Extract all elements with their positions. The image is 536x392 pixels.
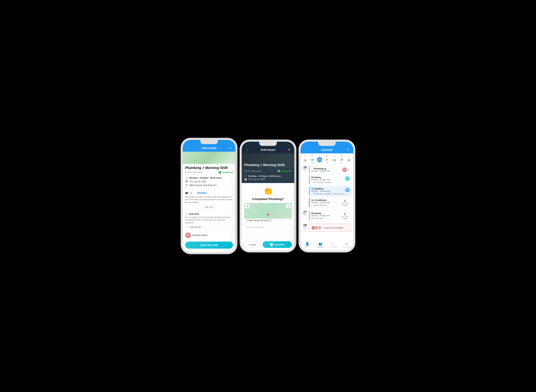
nav-item-availability[interactable]: ◎ Availability	[327, 242, 340, 248]
phone1-see-more-button[interactable]: See more	[202, 205, 217, 209]
nav-item-everyone[interactable]: 👥 Everyone	[314, 242, 327, 248]
shift-title-plumbing-1: Plumbing	[314, 168, 323, 170]
week-day-1[interactable]: M 25	[309, 155, 316, 163]
week-day-1-dot	[312, 163, 313, 163]
shift-tasks-plumbing-2: ✓ 5/5 shift tasks complete	[311, 182, 332, 183]
phone2-complete-check-icon: ✓	[270, 243, 273, 246]
unavailable-card-28: A B +4 6 users are unavailable	[309, 224, 352, 232]
phone1-menu-icon[interactable]: ≡	[228, 146, 233, 150]
schedule-bottom-spacer	[302, 232, 352, 233]
shift-open-badge-27: 3 Open shiftsavailable	[340, 212, 350, 220]
ventiltion-radio-icon: ●	[311, 188, 313, 190]
phone2-date-text: Thu, Jan 26, 2021	[248, 178, 265, 181]
phone-2-notch	[259, 142, 277, 146]
shift-tasks-circle-ac-icon: ○	[311, 204, 312, 206]
nav-item-replacements[interactable]: ⇄ Replacements	[340, 242, 353, 248]
only-me-label: Only me	[304, 246, 310, 248]
shift-tasks-ac: ○ 5 Open shift tasks	[311, 204, 327, 206]
shift-check-icon: ✓	[311, 168, 313, 170]
phone2-modal-content: 👏 Completed Plumbing? 📍 ⊕ ⊙ 📍 4860 Carme…	[242, 183, 294, 250]
phone-2: ‹ Shift details ≡ Plumbing > Morning Shi…	[242, 142, 294, 250]
phone3-title: Schedule	[308, 148, 346, 151]
phone1-time-text: 08:00am - 04:00pm - 08:00 hours	[189, 177, 222, 179]
phone1-shift-note-section: ℹ Shift Note Do not forget to fill in th…	[183, 211, 235, 231]
week-day-4[interactable]: T 28	[331, 155, 338, 163]
phone1-briefcase-icon: 💼	[185, 191, 188, 194]
phone2-complete-button[interactable]: ✓ Complete	[263, 241, 292, 248]
phone2-date-row: 📅 Thu, Jan 26, 2021	[244, 178, 292, 181]
shift-card-air-conditioner[interactable]: Air Conditioner 03:00pm - 10:00pm (8h) 2…	[309, 197, 352, 208]
phone2-calendar-icon: 📅	[244, 178, 247, 181]
week-day-5[interactable]: F 29	[338, 155, 345, 163]
shift-comments-27-icon: 💬	[311, 217, 313, 219]
phone3-bottom-nav: 👤 Only me 👥 Everyone ◎ Availability ⇄ Re…	[301, 241, 353, 250]
phone2-note-input[interactable]: Add note (optional)	[244, 224, 292, 239]
week-day-3[interactable]: W 27	[323, 155, 331, 163]
phone1-check-icon: ✓	[219, 171, 221, 174]
phone3-menu-icon[interactable]: ≡	[346, 148, 350, 152]
phone2-status-row: Current shift status ✓ Completed	[242, 168, 294, 174]
nav-item-only-me[interactable]: 👤 Only me	[301, 242, 314, 248]
week-day-0[interactable]: S 24	[301, 155, 309, 163]
shift-card-plumbing-2[interactable]: Plumbing 08:00am - 04:00pm (8h) A ✓ 5/5 …	[309, 175, 352, 185]
shift-card-ventiltion-header: ● Ventiltion 03:00pm - 10:00pm (8h) K	[311, 188, 350, 192]
shift-meta-ventiltion: ○ 3/5 shift tasks complete 💬 2 comments	[311, 193, 350, 195]
phone2-back-icon[interactable]: ‹	[244, 148, 249, 152]
phone1-back-icon[interactable]: ‹	[186, 146, 190, 150]
date-section-27: 27 Mon Plumbing 08:00am - 04:00pm (8h)	[302, 210, 352, 222]
phone-1-notch	[200, 140, 218, 144]
phone2-modal-emoji: 👏	[244, 187, 292, 196]
phone1-info-icon: ℹ	[185, 213, 188, 215]
phone2-map-zoom-icon[interactable]: ⊙	[287, 204, 291, 208]
phone2-time-text: 08:00am - 04:00pm - 08:00 hours	[248, 175, 281, 177]
shift-open-count-ac: 2	[342, 200, 348, 202]
phone1-status-value: ✓ Completed	[219, 171, 233, 174]
phone1-avatar: H	[185, 233, 191, 238]
phone2-info-rows: ⏱ 08:00am - 04:00pm - 08:00 hours 📅 Thu,…	[242, 174, 294, 183]
phone1-note-header: ℹ Shift Note	[185, 213, 233, 215]
shift-meta-plumbing-2: ✓ 5/5 shift tasks complete	[311, 182, 350, 183]
shift-card-ventiltion[interactable]: ● Ventiltion 03:00pm - 10:00pm (8h) K ○	[309, 186, 352, 196]
shift-comments-icon: 💬	[333, 193, 335, 195]
phone1-pin-icon: 📍	[185, 184, 188, 187]
phone1-job-section: 💼 Job → Plumbing Don't forget to make a …	[183, 190, 235, 211]
phone1-location-row: 📍 4860 Carmela Trail Suite 372	[185, 184, 233, 187]
shift-time-ac: 03:00pm - 10:00pm (8h)	[311, 202, 330, 204]
phone2-menu-icon[interactable]: ≡	[287, 148, 292, 152]
phone3-back-icon[interactable]: ‹	[303, 148, 308, 152]
phone1-content: Plumbing > Morning Shift Current shift s…	[183, 152, 235, 252]
week-day-2[interactable]: T 26	[316, 155, 323, 163]
unavailable-text-28: 6 users are unavailable	[323, 227, 343, 229]
shift-time-plumbing-27: 08:00am - 04:00pm (8h)	[311, 215, 330, 217]
phone2-time-row: ⏱ 08:00am - 04:00pm - 08:00 hours	[244, 175, 292, 177]
shift-title-ac: Air Conditioner	[311, 199, 330, 201]
stack-av-plus: +4	[318, 226, 322, 230]
phone2-cancel-button[interactable]: Cancel	[244, 241, 261, 248]
shift-tasks-ventiltion: ○ 3/5 shift tasks complete	[311, 193, 331, 195]
phone1-job-row: 💼 Job → Plumbing	[185, 191, 233, 194]
phone-3-screen: ‹ Schedule ≡ S 24 M 25 T 26	[301, 142, 353, 250]
phone2-map-location-icon[interactable]: ⊕	[245, 204, 249, 208]
phone2-shift-banner: Plumbing > Morning Shift	[242, 153, 294, 168]
phone1-file-name: read me.pdf	[190, 226, 201, 228]
week-day-6[interactable]: S 30	[345, 155, 353, 163]
shift-tasks-circle-icon: ○	[311, 193, 312, 195]
phone1-time-row: ⏱ 08:00am - 04:00pm - 08:00 hours	[185, 177, 233, 179]
phone1-claim-button[interactable]: Claim this shift	[185, 242, 233, 249]
phone1-date-text: Thu, Jan 26, 2021	[189, 180, 207, 183]
shift-time-ventiltion: 03:00pm - 10:00pm (8h)	[311, 190, 330, 192]
shift-card-plumbing-1[interactable]: ✓ Plumbing 👥 08:00am - 04:00pm (8h) H ↻	[309, 166, 352, 173]
shift-card-plumbing-27[interactable]: Plumbing 08:00am - 04:00pm (8h) 3 Open s…	[309, 210, 352, 221]
shift-avatar-ventiltion: K	[345, 188, 350, 192]
phone1-file-badge[interactable]: 📄 read me.pdf	[185, 225, 202, 229]
date-section-28: 28 Tue A B +4 6 users are unavailable	[302, 224, 352, 232]
shifts-col-28: A B +4 6 users are unavailable	[309, 224, 352, 232]
shift-title-ventiltion: Ventiltion	[314, 188, 324, 190]
shift-title-plumbing-27: Plumbing	[311, 212, 330, 215]
shift-avatar-plumbing-2: A	[345, 176, 350, 181]
phone2-map-pin-icon: 📍	[266, 213, 270, 217]
phone2-modal-title: Completed Plumbing?	[244, 197, 292, 201]
week-day-5-dot	[341, 163, 342, 163]
phone-1: ‹ Shift details ≡ Plumbing > Morning Shi…	[183, 140, 235, 252]
shifts-col-26: ✓ Plumbing 👥 08:00am - 04:00pm (8h) H ↻	[309, 166, 352, 209]
